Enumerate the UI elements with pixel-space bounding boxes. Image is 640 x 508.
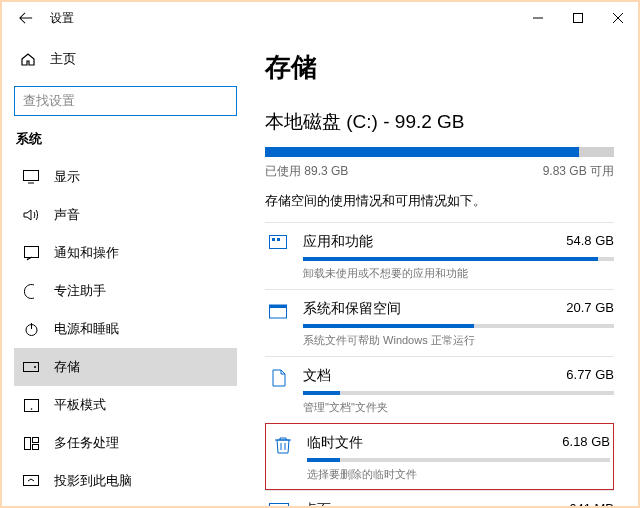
sidebar-item-label: 显示: [54, 168, 80, 186]
category-subtitle: 卸载未使用或不想要的应用和功能: [303, 266, 614, 281]
page-title: 存储: [265, 50, 614, 85]
sidebar-item-label: 通知和操作: [54, 244, 119, 262]
back-button[interactable]: [10, 2, 42, 34]
svg-rect-11: [24, 475, 39, 485]
sidebar-item-label: 电源和睡眠: [54, 320, 119, 338]
sidebar-item-power[interactable]: 电源和睡眠: [14, 310, 237, 348]
content: 存储 本地磁盘 (C:) - 99.2 GB 已使用 89.3 GB 9.83 …: [247, 34, 638, 506]
sidebar-item-multitask[interactable]: 多任务处理: [14, 424, 237, 462]
category-name: 应用和功能: [303, 233, 373, 251]
category-row[interactable]: 临时文件6.18 GB选择要删除的临时文件: [265, 423, 614, 490]
used-label: 已使用 89.3 GB: [265, 163, 348, 180]
notification-icon: [22, 246, 40, 261]
sidebar-item-label: 平板模式: [54, 396, 106, 414]
section-label: 系统: [16, 130, 237, 148]
storage-icon: [22, 362, 40, 372]
window-title: 设置: [50, 10, 74, 27]
minimize-button[interactable]: [518, 2, 558, 34]
svg-point-7: [30, 408, 32, 410]
svg-rect-16: [270, 305, 287, 308]
category-value: 641 MB: [569, 501, 614, 506]
svg-rect-13: [272, 238, 275, 241]
sidebar-item-label: 声音: [54, 206, 80, 224]
category-value: 6.77 GB: [566, 367, 614, 385]
category-subtitle: 管理"文档"文件夹: [303, 400, 614, 415]
sidebar-item-tablet[interactable]: 平板模式: [14, 386, 237, 424]
overall-usage-fill: [265, 147, 579, 157]
sidebar-item-storage[interactable]: 存储: [14, 348, 237, 386]
category-icon: [265, 300, 293, 348]
category-subtitle: 选择要删除的临时文件: [307, 467, 610, 482]
home-link[interactable]: 主页: [14, 42, 237, 76]
project-icon: [22, 475, 40, 488]
category-subtitle: 系统文件可帮助 Windows 正常运行: [303, 333, 614, 348]
category-bar: [307, 458, 610, 462]
sidebar-item-label: 专注助手: [54, 282, 106, 300]
category-name: 文档: [303, 367, 331, 385]
svg-rect-10: [32, 444, 38, 449]
sidebar-item-notifications[interactable]: 通知和操作: [14, 234, 237, 272]
svg-rect-4: [24, 363, 39, 372]
svg-rect-14: [277, 238, 280, 241]
sidebar-item-label: 投影到此电脑: [54, 472, 132, 490]
home-icon: [20, 51, 36, 67]
category-bar: [303, 324, 614, 328]
category-icon: [269, 434, 297, 482]
category-name: 桌面: [303, 501, 331, 506]
sidebar-item-project[interactable]: 投影到此电脑: [14, 462, 237, 500]
overall-usage-bar: [265, 147, 614, 157]
svg-rect-9: [32, 437, 38, 442]
multitask-icon: [22, 437, 40, 450]
category-row[interactable]: 应用和功能54.8 GB卸载未使用或不想要的应用和功能: [265, 222, 614, 289]
sidebar-item-sound[interactable]: 声音: [14, 196, 237, 234]
category-icon: [265, 233, 293, 281]
category-row[interactable]: 系统和保留空间20.7 GB系统文件可帮助 Windows 正常运行: [265, 289, 614, 356]
svg-rect-8: [24, 437, 30, 449]
svg-point-5: [34, 366, 36, 368]
close-button[interactable]: [598, 2, 638, 34]
sidebar-item-label: 存储: [54, 358, 80, 376]
category-row[interactable]: 桌面641 MB管理"桌面"文件夹: [265, 490, 614, 506]
category-bar: [303, 391, 614, 395]
overall-labels: 已使用 89.3 GB 9.83 GB 可用: [265, 163, 614, 180]
drive-label: 本地磁盘 (C:) - 99.2 GB: [265, 109, 614, 135]
sidebar: 主页 查找设置 系统 显示 声音 通知和操作 专注助手 电源和睡眠 存储: [2, 34, 247, 506]
power-icon: [22, 322, 40, 337]
close-icon: [613, 13, 623, 23]
svg-rect-0: [574, 14, 583, 23]
svg-rect-1: [24, 171, 39, 181]
search-input[interactable]: 查找设置: [14, 86, 237, 116]
display-icon: [22, 170, 40, 184]
category-bar: [303, 257, 614, 261]
category-value: 6.18 GB: [562, 434, 610, 452]
category-name: 临时文件: [307, 434, 363, 452]
home-label: 主页: [50, 50, 76, 68]
svg-rect-17: [270, 504, 289, 507]
maximize-button[interactable]: [558, 2, 598, 34]
titlebar: 设置: [2, 2, 638, 34]
description: 存储空间的使用情况和可用情况如下。: [265, 192, 614, 210]
category-value: 54.8 GB: [566, 233, 614, 251]
sidebar-item-label: 多任务处理: [54, 434, 119, 452]
category-icon: [265, 501, 293, 506]
category-row[interactable]: 文档6.77 GB管理"文档"文件夹: [265, 356, 614, 423]
free-label: 9.83 GB 可用: [543, 163, 614, 180]
maximize-icon: [573, 13, 583, 23]
svg-rect-2: [24, 246, 38, 257]
minimize-icon: [533, 13, 543, 23]
search-placeholder: 查找设置: [23, 92, 75, 110]
category-icon: [265, 367, 293, 415]
tablet-icon: [22, 399, 40, 412]
sidebar-item-display[interactable]: 显示: [14, 158, 237, 196]
category-value: 20.7 GB: [566, 300, 614, 318]
svg-rect-12: [270, 236, 287, 249]
category-name: 系统和保留空间: [303, 300, 401, 318]
sidebar-item-focus[interactable]: 专注助手: [14, 272, 237, 310]
arrow-left-icon: [19, 11, 33, 25]
sound-icon: [22, 208, 40, 222]
focus-icon: [22, 284, 40, 299]
